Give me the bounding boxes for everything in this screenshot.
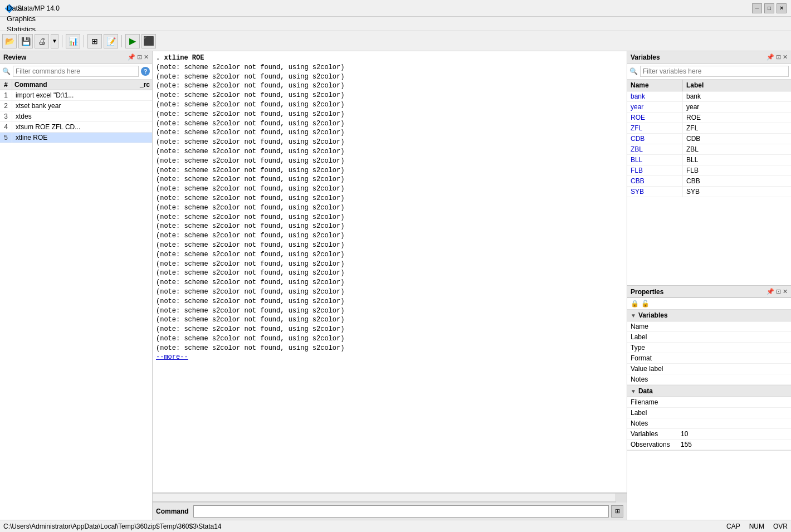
break-btn[interactable]: ⬛ <box>141 34 156 48</box>
var-row[interactable]: ZFLZFL <box>627 123 791 134</box>
variables-float-icon[interactable]: ⊡ <box>776 53 781 61</box>
review-cell-rc <box>132 101 152 111</box>
var-row[interactable]: bankbank <box>627 91 791 102</box>
close-btn[interactable]: ✕ <box>777 3 787 13</box>
var-row[interactable]: FLBFLB <box>627 165 791 176</box>
title-bar-controls: ─ □ ✕ <box>752 3 787 13</box>
do-editor-btn[interactable]: 📝 <box>104 34 118 48</box>
h-scroll-track[interactable] <box>153 494 616 501</box>
var-row[interactable]: BLLBLL <box>627 155 791 165</box>
graph-btn[interactable]: 📊 <box>66 34 80 48</box>
toolbar-sep-2 <box>84 35 84 47</box>
var-row[interactable]: SYBSYB <box>627 187 791 197</box>
save-btn[interactable]: 💾 <box>18 34 33 48</box>
review-float-icon[interactable]: ⊡ <box>137 53 142 61</box>
var-table: Name Label bankbankyearyearROEROEZFLZFLC… <box>627 80 791 285</box>
properties-close-icon[interactable]: ✕ <box>783 288 788 295</box>
var-cell-label: CBB <box>683 176 791 186</box>
output-line: (note: scheme s2color not found, using s… <box>156 269 623 278</box>
var-row[interactable]: ROEROE <box>627 113 791 123</box>
variables-panel: Variables 📌 ⊡ ✕ 🔍 Name Label bankbankyea… <box>627 51 791 286</box>
print-btn[interactable]: 🖨 <box>35 34 49 48</box>
command-bar: Command ⊞ <box>153 502 627 520</box>
review-help-btn[interactable]: ? <box>141 67 150 76</box>
output-line: (note: scheme s2color not found, using s… <box>156 100 623 110</box>
var-cell-name: year <box>627 102 683 112</box>
open-btn[interactable]: 📂 <box>2 34 17 48</box>
var-cell-label: ZFL <box>683 123 791 133</box>
var-row[interactable]: ZBLZBL <box>627 144 791 155</box>
review-row[interactable]: 2xtset bank year <box>0 101 152 111</box>
output-line: (note: scheme s2color not found, using s… <box>156 213 623 222</box>
output-line: (note: scheme s2color not found, using s… <box>156 119 623 129</box>
var-cell-name: ROE <box>627 113 683 123</box>
command-submit-btn[interactable]: ⊞ <box>611 505 623 518</box>
command-input[interactable] <box>193 505 609 518</box>
review-row[interactable]: 5xtline ROE <box>0 133 152 143</box>
review-row[interactable]: 3xtdes <box>0 111 152 122</box>
review-pin-icon[interactable]: 📌 <box>128 53 135 61</box>
var-rows: bankbankyearyearROEROEZFLZFLCDBCDBZBLZBL… <box>627 91 791 197</box>
menu-item-data[interactable]: Data <box>2 3 40 13</box>
var-cell-label: SYB <box>683 187 791 197</box>
output-line: (note: scheme s2color not found, using s… <box>156 231 623 241</box>
review-cell-num: 5 <box>0 133 12 143</box>
output-line: (note: scheme s2color not found, using s… <box>156 63 623 72</box>
menu-bar: FileEditDataGraphicsStatisticsUserWindow… <box>0 17 791 31</box>
prop-section-variables-header[interactable]: ▼ Variables <box>627 310 791 321</box>
variables-pin-icon[interactable]: 📌 <box>766 53 774 61</box>
prop-row-variables-count: Variables 10 <box>627 429 791 440</box>
variables-close-icon[interactable]: ✕ <box>783 53 788 61</box>
var-filter-input[interactable] <box>640 66 789 77</box>
review-row[interactable]: 4xtsum ROE ZFL CD... <box>0 122 152 133</box>
properties-lock-row: 🔒 🔓 <box>627 298 791 310</box>
menu-item-graphics[interactable]: Graphics <box>2 13 40 24</box>
variables-panel-header: Variables 📌 ⊡ ✕ <box>627 51 791 64</box>
review-cell-num: 2 <box>0 101 12 111</box>
variables-panel-icons: 📌 ⊡ ✕ <box>766 53 788 61</box>
properties-pin-icon[interactable]: 📌 <box>766 288 774 295</box>
review-table: # Command _rc 1import excel "D:\1...2xts… <box>0 80 152 520</box>
var-row[interactable]: CBBCBB <box>627 176 791 187</box>
prop-section-data-header[interactable]: ▼ Data <box>627 385 791 397</box>
data-editor-btn[interactable]: ⊞ <box>87 34 102 48</box>
maximize-btn[interactable]: □ <box>764 3 774 13</box>
var-col-name-header: Name <box>627 80 683 91</box>
output-panel: . xtline ROE (note: scheme s2color not f… <box>153 51 627 493</box>
review-cell-num: 4 <box>0 122 12 132</box>
review-col-cmd-header: Command <box>12 80 132 90</box>
output-line: (note: scheme s2color not found, using s… <box>156 147 623 157</box>
var-cell-name: FLB <box>627 165 683 175</box>
prop-row-data-label: Label <box>627 408 791 418</box>
review-panel-icons: 📌 ⊡ ✕ <box>128 53 149 61</box>
review-panel: Review 📌 ⊡ ✕ 🔍 ? # Command _rc 1import e… <box>0 51 153 520</box>
output-line: (note: scheme s2color not found, using s… <box>156 344 623 353</box>
output-line: (note: scheme s2color not found, using s… <box>156 184 623 194</box>
review-row[interactable]: 1import excel "D:\1... <box>0 90 152 101</box>
prop-key-observations: Observations <box>631 441 681 448</box>
var-cell-name: CDB <box>627 134 683 144</box>
review-cell-num: 3 <box>0 111 12 121</box>
variables-panel-title: Variables <box>631 53 660 61</box>
minimize-btn[interactable]: ─ <box>752 3 762 13</box>
output-line: (note: scheme s2color not found, using s… <box>156 157 623 166</box>
review-col-rc-header: _rc <box>132 80 152 90</box>
dropdown-btn[interactable]: ▼ <box>51 34 58 48</box>
review-filter-input[interactable] <box>13 66 139 77</box>
properties-float-icon[interactable]: ⊡ <box>776 288 781 295</box>
center-area: . xtline ROE (note: scheme s2color not f… <box>153 51 627 520</box>
prop-row-notes-data: Notes <box>627 418 791 429</box>
prop-key-type: Type <box>631 344 681 352</box>
output-line: (note: scheme s2color not found, using s… <box>156 72 623 82</box>
output-more[interactable]: --more-- <box>156 353 623 361</box>
review-filter-box: 🔍 ? <box>0 64 152 80</box>
review-close-icon[interactable]: ✕ <box>144 53 149 61</box>
lock-unlock-icon[interactable]: 🔓 <box>641 300 650 308</box>
review-cell-num: 1 <box>0 90 12 100</box>
var-cell-label: BLL <box>683 155 791 165</box>
var-row[interactable]: CDBCDB <box>627 134 791 144</box>
var-row[interactable]: yearyear <box>627 102 791 113</box>
prop-section-data: ▼ Data Filename Label Notes <box>627 385 791 451</box>
run-btn[interactable]: ▶ <box>125 34 140 48</box>
title-bar: 🔷 Stata/MP 14.0 ─ □ ✕ <box>0 0 791 17</box>
